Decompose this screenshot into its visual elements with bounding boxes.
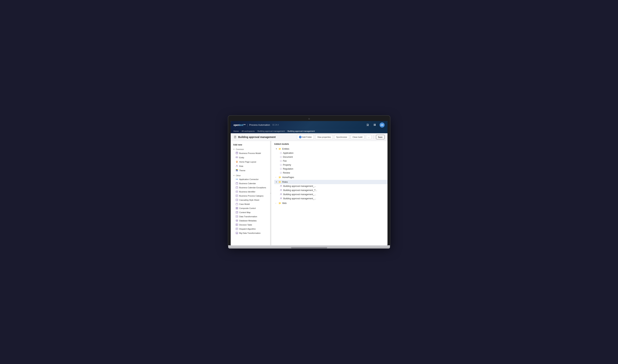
sidebar: Add new ▼ Common [231,141,270,245]
tree-leaf-role-4[interactable]: Building approval management_... [279,196,387,201]
sidebar-item-role[interactable]: Role [231,164,270,168]
tree-container: ▼ 📁 Entities ⬡ Application [271,147,387,209]
svg-rect-23 [237,170,238,171]
tree-folder-entities: ▼ 📁 Entities ⬡ Application [274,147,387,175]
application-icon: ⬡ [280,152,282,154]
sidebar-item-bpm[interactable]: Business Process Model [231,151,270,155]
svg-rect-47 [237,208,238,209]
tree-folder-homepages-header[interactable]: › 📁 HomePages [274,175,387,180]
entities-folder-icon: 📁 [279,148,281,150]
sidebar-item-data-transform[interactable]: Data Transformation [231,215,270,219]
biz-calendar-label: Business Calendar [239,182,256,184]
grid-icon[interactable] [372,122,377,128]
nav-icons: AB [365,122,385,128]
sidebar-group-common[interactable]: ▼ Common [231,147,270,151]
sidebar-item-case-model[interactable]: Case Model [231,202,270,206]
role-4-name: Building approval management_... [283,197,316,200]
sidebar-item-content-map[interactable]: Content Map [231,210,270,215]
decision-icon [236,223,238,226]
tree-leaf-application[interactable]: ⬡ Application [279,151,387,155]
sidebar-title: Add new [231,143,270,147]
sidebar-item-biz-calendar-exc[interactable]: Business Calendar Exceptions [231,186,270,190]
app-connector-label: Application Connector [239,178,259,180]
data-transform-icon [236,215,238,218]
roles-collapse-arrow: ▼ [276,181,277,183]
svg-line-13 [237,153,237,153]
svg-point-52 [236,220,238,220]
tree-leaf-fee[interactable]: ⬡ Fee [279,159,387,163]
role-3-icon [280,193,282,196]
tree-leaf-review[interactable]: ⬡ Review [279,171,387,175]
svg-rect-2 [374,125,374,126]
homepages-folder-name: HomePages [282,176,294,179]
svg-rect-38 [236,195,238,197]
clean-build-button[interactable]: Clean build [351,135,364,139]
svg-rect-46 [236,208,237,209]
decision-table-label: Decision Table [239,224,252,226]
sidebar-item-entity[interactable]: Entity [231,155,270,160]
sidebar-item-home-layout[interactable]: Home Page Layout [231,160,270,164]
role-2-icon [280,189,282,192]
sidebar-item-db-metadata[interactable]: Database Metadata [231,219,270,223]
add-folder-plus-icon: + [299,136,302,138]
svg-rect-18 [237,162,237,163]
synchronize-button[interactable]: Synchronize [334,135,349,139]
breadcrumb-workspaces[interactable]: All workspaces [242,130,255,132]
roles-folder-icon: 📁 [279,181,281,183]
right-panel: Added models ▼ 📁 Entities [271,141,387,245]
tree-leaf-role-3[interactable]: Building approval management_... [279,193,387,196]
svg-rect-43 [236,203,238,205]
sidebar-item-css[interactable]: CSS Cascading Style Sheet [231,198,270,202]
big-data-label: Big Data Transformation [239,232,261,234]
sidebar-item-composite-control[interactable]: Composite Control [231,206,270,210]
breadcrumb-home[interactable]: Home [233,130,239,132]
sidebar-item-theme[interactable]: Theme [231,168,270,173]
sidebar-item-app-connector[interactable]: Application Connector [231,177,270,182]
sidebar-item-dispatch-algorithm[interactable]: Dispatch Algorithm [231,227,270,231]
bpm-icon [236,152,238,155]
svg-rect-21 [237,169,238,170]
sidebar-item-biz-process-cat[interactable]: Business Process Category [231,194,270,198]
tree-leaf-regulation[interactable]: ⬡ Regulation [279,167,387,171]
tree-folder-web: › 📁 Web [274,201,387,205]
svg-rect-1 [375,124,376,125]
add-folder-button[interactable]: + Add Folder [297,135,314,139]
more-options-button[interactable]: ... [366,135,372,139]
dispatch-algorithm-label: Dispatch Algorithm [239,228,256,230]
home-layout-label: Home Page Layout [239,161,256,163]
tree-folder-roles-header[interactable]: ▼ 📁 Roles [274,180,387,184]
css-label: Cascading Style Sheet [239,199,259,201]
roles-folder-name: Roles [282,181,288,183]
identifier-icon [236,190,238,193]
fee-name: Fee [283,160,287,162]
breadcrumb-building[interactable]: Building approval management [258,130,285,132]
sidebar-group-other[interactable]: ▼ Other [231,174,270,177]
category-icon [236,195,238,197]
regulation-icon: ⬡ [280,168,282,170]
property-icon: ⬡ [280,164,282,166]
svg-rect-8 [236,152,238,154]
other-collapse-arrow: ▼ [233,175,235,176]
tree-leaf-role-1[interactable]: Building approval management_... [279,184,387,188]
sidebar-item-decision-table[interactable]: Decision Table [231,223,270,227]
svg-rect-22 [236,170,237,171]
avatar[interactable]: AB [380,122,385,128]
tree-folder-entities-header[interactable]: ▼ 📁 Entities [274,147,387,151]
tree-leaf-property[interactable]: ⬡ Property [279,163,387,167]
composite-control-label: Composite Control [239,207,256,209]
sidebar-item-big-data[interactable]: Big Data Transformation [231,231,270,235]
brand-divider: | [247,124,248,126]
view-properties-button[interactable]: View properties [315,135,333,139]
calendar-exc-icon [236,186,238,189]
tree-leaf-role-2[interactable]: Building approval management_T... [279,188,387,193]
svg-rect-53 [236,224,238,226]
sidebar-item-biz-calendar[interactable]: Business Calendar [231,182,270,186]
bookmark-icon[interactable] [365,122,370,128]
save-button[interactable]: Save [376,135,385,139]
svg-text:CSS: CSS [236,199,238,201]
calendar-icon [236,182,238,185]
biz-calendar-exc-label: Business Calendar Exceptions [239,186,266,189]
sidebar-item-biz-identifier[interactable]: Business Identifier [231,190,270,194]
tree-folder-web-header[interactable]: › 📁 Web [274,201,387,205]
tree-leaf-document[interactable]: ⬡ Document [279,155,387,159]
